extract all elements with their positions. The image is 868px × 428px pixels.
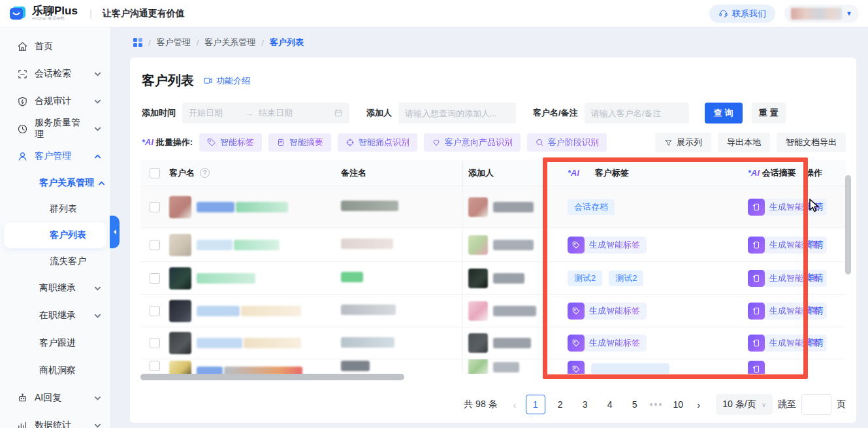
pain-point-button[interactable]: 智能痛点识别: [338, 133, 417, 152]
customer-name-redacted: [234, 240, 280, 250]
customer-tag[interactable]: 测试2: [568, 271, 602, 286]
contact-us-button[interactable]: 联系我们: [709, 5, 775, 23]
show-columns-button[interactable]: 展示列: [655, 133, 711, 152]
ai-badge: *AI: [568, 168, 579, 178]
ai-tag-icon: [568, 335, 585, 352]
breadcrumb-item[interactable]: 客户管理: [157, 37, 191, 48]
sidebar-item-service-quality[interactable]: 服务质量管理: [0, 115, 110, 142]
col-header-tags: 客户标签: [595, 167, 629, 179]
select-all-checkbox[interactable]: [150, 168, 160, 178]
chevron-down-icon: [94, 285, 101, 292]
row-checkbox[interactable]: [150, 202, 160, 212]
sidebar-item-home[interactable]: 首页: [0, 33, 110, 60]
adder-name-redacted: [493, 306, 536, 316]
sidebar-item-opportunity-insight[interactable]: 商机洞察: [0, 357, 110, 384]
sidebar-item-data-stats[interactable]: 数据统计: [0, 412, 110, 428]
breadcrumb-item[interactable]: 客户关系管理: [204, 37, 255, 48]
customer-avatar: [169, 196, 191, 218]
sidebar-item-resign-inherit[interactable]: 离职继承: [0, 274, 110, 302]
sidebar-item-customer-follow[interactable]: 客户跟进: [0, 329, 110, 357]
detail-link[interactable]: 详情: [805, 305, 824, 317]
per-page-select[interactable]: 10 条/页 ∨: [716, 394, 773, 415]
customer-tag[interactable]: 会话存档: [568, 199, 615, 215]
chevron-up-icon: [94, 153, 101, 160]
col-header-adder: 添加人: [462, 160, 552, 186]
sidebar-item-onjob-inherit[interactable]: 在职继承: [0, 302, 110, 329]
page-button[interactable]: 2: [551, 395, 570, 414]
generate-tag-button[interactable]: 生成智能标签: [568, 237, 647, 254]
row-checkbox[interactable]: [150, 338, 160, 348]
row-checkbox[interactable]: [150, 240, 160, 250]
search-button[interactable]: 查 询: [705, 103, 743, 123]
funnel-icon: [664, 139, 673, 147]
vertical-scrollbar[interactable]: [845, 175, 851, 274]
adder-search-input[interactable]: [398, 103, 516, 123]
sidebar-item-customer-mgmt[interactable]: 客户管理: [0, 142, 110, 170]
sidebar-item-lost-customers[interactable]: 流失客户: [0, 248, 110, 274]
ai-badge: *AI: [142, 137, 153, 147]
breadcrumb: / 客户管理 / 客户关系管理 / 客户列表: [111, 27, 868, 58]
brand-chat-icon: [9, 5, 27, 22]
jump-page-input[interactable]: [801, 394, 831, 415]
feature-intro-label: 功能介绍: [216, 75, 250, 87]
brand-logo[interactable]: 乐聊Plus AirChat·会话存档: [9, 5, 78, 22]
sidebar-item-session-search[interactable]: 会话检索: [0, 60, 110, 88]
sidebar-group-crm[interactable]: 客户关系管理: [0, 170, 110, 196]
ai-summary-icon: [748, 270, 765, 287]
adder-name-redacted: [493, 338, 531, 348]
search-chat-icon: [535, 138, 544, 147]
customer-name-redacted: [197, 306, 240, 316]
customer-stage-button[interactable]: 客户阶段识别: [527, 133, 607, 152]
horizontal-scrollbar[interactable]: [140, 374, 404, 380]
smart-tag-button[interactable]: 智能标签: [199, 133, 262, 152]
export-local-button[interactable]: 导出本地: [718, 133, 770, 152]
page-ellipsis[interactable]: •••: [650, 399, 664, 410]
sidebar-item-ai-reply[interactable]: AI回复: [0, 384, 110, 412]
page-button[interactable]: 4: [600, 395, 620, 414]
contact-us-label: 联系我们: [732, 8, 766, 20]
page-button[interactable]: 5: [625, 395, 645, 414]
prev-page-button[interactable]: ‹: [509, 399, 521, 410]
help-icon[interactable]: ?: [200, 168, 210, 178]
detail-link[interactable]: 详情: [805, 239, 824, 251]
next-page-button[interactable]: ›: [693, 399, 704, 410]
main-content: / 客户管理 / 客户关系管理 / 客户列表 客户列表 功能介绍 添加时间 开始…: [111, 27, 868, 428]
feature-intro-link[interactable]: 功能介绍: [203, 75, 250, 87]
user-name-redacted: [791, 8, 842, 20]
sidebar-item-label: 群列表: [50, 203, 77, 215]
reset-button[interactable]: 重 置: [752, 103, 786, 123]
user-account-menu[interactable]: ▼: [784, 5, 859, 23]
adder-filter-label: 添加人: [366, 107, 392, 119]
customer-name-input[interactable]: [585, 103, 689, 123]
page-title: 客户列表: [142, 72, 194, 90]
smart-summary-button[interactable]: 智能摘要: [268, 133, 331, 152]
chevron-up-icon: [98, 180, 105, 187]
sidebar-item-compliance-audit[interactable]: 合规审计: [0, 88, 110, 115]
sidebar-item-customer-list[interactable]: 客户列表: [4, 222, 106, 248]
apps-grid-icon[interactable]: [133, 38, 142, 47]
generate-tag-button[interactable]: 生成智能标签: [568, 335, 647, 352]
sidebar-collapse-handle[interactable]: [110, 216, 120, 248]
intent-product-button[interactable]: 客户意向产品识别: [424, 133, 521, 152]
page-button[interactable]: 10: [668, 395, 688, 414]
detail-link[interactable]: 详情: [805, 337, 824, 349]
row-checkbox[interactable]: [150, 306, 160, 316]
end-date-placeholder: 结束日期: [259, 107, 293, 119]
generate-tag-button[interactable]: 生成智能标签: [568, 303, 647, 320]
table-header-row: 客户名 ? 备注名 添加人 *AI 客户标签 *AI 会话摘要 操作: [140, 160, 846, 186]
note-icon: [276, 138, 285, 147]
sidebar-group-label: 客户关系管理: [39, 177, 94, 189]
row-checkbox[interactable]: [150, 361, 160, 371]
ai-tag-icon: [568, 303, 585, 320]
customer-avatar: [169, 332, 191, 354]
export-doc-button[interactable]: 智能文档导出: [777, 133, 846, 152]
page-button[interactable]: 1: [526, 395, 545, 414]
detail-link[interactable]: 详情: [805, 201, 824, 213]
breadcrumb-separator: /: [148, 38, 151, 48]
sidebar-item-group-list[interactable]: 群列表: [0, 196, 110, 222]
detail-link[interactable]: 详情: [805, 272, 824, 284]
customer-tag[interactable]: 测试2: [609, 271, 643, 286]
date-range-picker[interactable]: 开始日期 → 结束日期: [182, 103, 349, 123]
page-button[interactable]: 3: [575, 395, 595, 414]
row-checkbox[interactable]: [150, 273, 160, 284]
